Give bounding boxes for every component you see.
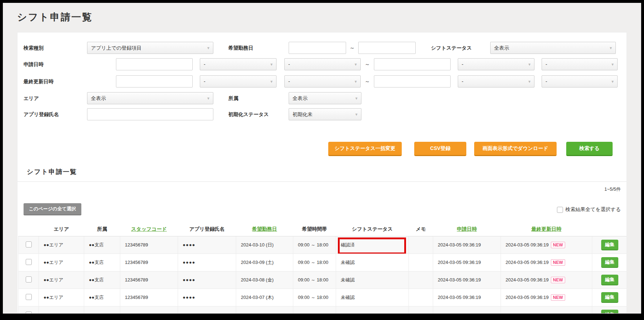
cell-applied-at: 2024-03-05 09:36:19 bbox=[433, 271, 501, 289]
init-status-select[interactable]: 初期化未 ▼ bbox=[289, 108, 361, 120]
update-minute-to-select[interactable]: - ▼ bbox=[542, 75, 618, 88]
column-header[interactable]: スタッフコード bbox=[120, 222, 178, 236]
csv-register-button[interactable]: CSV登録 bbox=[414, 142, 466, 156]
search-button[interactable]: 検索する bbox=[566, 142, 613, 156]
chevron-down-icon: ▼ bbox=[354, 76, 358, 88]
cell-applied-at: 2024-03-05 09:36:19 bbox=[433, 236, 501, 254]
table-row: 編集 bbox=[19, 306, 627, 314]
update-hour-to-select[interactable]: - ▼ bbox=[458, 75, 534, 88]
apply-minute-to-value: - bbox=[546, 61, 547, 67]
cell-app-name: ●●●● bbox=[178, 236, 236, 254]
result-count: 1~5/5件 bbox=[604, 186, 621, 192]
apply-minute-to-select[interactable]: - ▼ bbox=[542, 58, 618, 70]
cell-shift-status bbox=[336, 306, 409, 314]
search-type-label: 検索種別 bbox=[24, 42, 44, 54]
updated-at-text: 2024-03-05 09:36:19 bbox=[506, 260, 549, 265]
select-all-results-checkbox[interactable] bbox=[557, 207, 563, 213]
apply-minute-from-select[interactable]: - ▼ bbox=[284, 58, 361, 70]
sort-link[interactable]: 希望勤務日 bbox=[252, 226, 277, 232]
cell-work-date: 2024-03-10 (日) bbox=[236, 236, 293, 254]
chevron-down-icon: ▼ bbox=[355, 93, 358, 104]
select-all-results-label: 検索結果全てを選択する bbox=[566, 206, 621, 213]
shift-status-select[interactable]: 全表示 ▼ bbox=[490, 42, 616, 54]
department-select[interactable]: 全表示 ▼ bbox=[289, 92, 361, 104]
cell-updated-at: 2024-03-05 09:36:19NEW bbox=[501, 254, 592, 271]
apply-hour-from-select[interactable]: - ▼ bbox=[200, 58, 277, 70]
cell-updated-at: 2024-03-05 09:36:19NEW bbox=[501, 289, 592, 306]
shift-status-text: 未確認 bbox=[341, 295, 355, 300]
update-date-from-input[interactable] bbox=[116, 75, 193, 88]
app-name-label: アプリ登録氏名 bbox=[24, 108, 59, 120]
edit-button[interactable]: 編集 bbox=[601, 240, 618, 250]
update-date-to-input[interactable] bbox=[374, 75, 451, 88]
cell-app-name: ●●●● bbox=[178, 254, 236, 271]
list-section-title: シフト申請一覧 bbox=[27, 168, 77, 176]
select-all-page-button[interactable]: このページの全て選択 bbox=[24, 203, 81, 215]
chevron-down-icon: ▼ bbox=[355, 109, 358, 120]
column-header: メモ bbox=[409, 222, 433, 236]
update-hour-from-value: - bbox=[204, 79, 206, 84]
apply-datetime-tilde: ～ bbox=[361, 58, 374, 70]
apply-date-to-input[interactable] bbox=[374, 58, 451, 70]
bulk-status-change-button[interactable]: シフトステータス一括変更 bbox=[328, 142, 402, 156]
update-hour-from-select[interactable]: - ▼ bbox=[200, 75, 277, 88]
update-hour-to-value: - bbox=[462, 79, 463, 84]
new-badge: NEW bbox=[551, 242, 565, 248]
sort-link[interactable]: スタッフコード bbox=[131, 226, 167, 232]
table-row: ●●エリア ●●支店 123456789 ●●●● 2024-03-07 (木)… bbox=[19, 289, 627, 306]
edit-button[interactable]: 編集 bbox=[601, 310, 618, 314]
sort-link[interactable]: 最終更新日時 bbox=[532, 226, 562, 232]
area-label: エリア bbox=[24, 92, 39, 104]
desired-date-from-input[interactable] bbox=[289, 42, 346, 54]
cell-staff-code: 123456789 bbox=[120, 289, 178, 306]
column-header: エリア bbox=[39, 222, 84, 236]
desired-date-to-input[interactable] bbox=[358, 42, 416, 54]
apply-minute-from-value: - bbox=[288, 61, 290, 67]
search-type-select[interactable]: アプリ上での登録項目 ▼ bbox=[87, 42, 213, 54]
row-select-checkbox[interactable] bbox=[26, 259, 32, 265]
cell-updated-at: 2024-03-05 09:36:19NEW bbox=[501, 271, 592, 289]
cell-applied-at bbox=[433, 306, 501, 314]
row-select-checkbox[interactable] bbox=[26, 276, 32, 282]
apply-hour-to-select[interactable]: - ▼ bbox=[458, 58, 534, 70]
edit-button[interactable]: 編集 bbox=[601, 292, 618, 303]
cell-memo bbox=[409, 271, 433, 289]
row-select-checkbox[interactable] bbox=[26, 294, 32, 300]
apply-hour-to-value: - bbox=[462, 61, 463, 67]
init-status-value: 初期化未 bbox=[293, 111, 313, 117]
row-select-checkbox[interactable] bbox=[26, 241, 32, 248]
area-select[interactable]: 全表示 ▼ bbox=[87, 92, 213, 104]
cell-app-name bbox=[178, 306, 236, 314]
edit-button[interactable]: 編集 bbox=[601, 275, 618, 285]
department-value: 全表示 bbox=[293, 95, 308, 101]
column-header-label: アプリ登録氏名 bbox=[189, 226, 225, 232]
select-all-results[interactable]: 検索結果全てを選択する bbox=[557, 206, 621, 213]
app-name-input[interactable] bbox=[87, 108, 213, 120]
cell-app-name: ●●●● bbox=[178, 289, 236, 306]
update-datetime-tilde: ～ bbox=[361, 75, 374, 88]
cell-staff-code bbox=[120, 306, 178, 314]
chevron-down-icon: ▼ bbox=[207, 93, 210, 104]
cell-work-date bbox=[236, 306, 293, 314]
cell-time-slot: 09:00 ～ 18:00 bbox=[293, 254, 336, 271]
edit-button[interactable]: 編集 bbox=[601, 257, 618, 268]
header-checkbox-column bbox=[19, 222, 39, 236]
update-minute-from-select[interactable]: - ▼ bbox=[284, 75, 361, 88]
chevron-down-icon: ▼ bbox=[528, 59, 531, 70]
shift-status-text: 未確認 bbox=[341, 260, 355, 265]
table-header-row: エリア所属スタッフコードアプリ登録氏名希望勤務日希望時間帯シフトステータスメモ申… bbox=[19, 222, 627, 236]
column-header[interactable]: 最終更新日時 bbox=[501, 222, 592, 236]
cell-time-slot: 09:00 ～ 18:00 bbox=[293, 236, 336, 254]
header-edit-column bbox=[592, 222, 627, 236]
column-header[interactable]: 申請日時 bbox=[433, 222, 501, 236]
column-header-label: メモ bbox=[416, 226, 426, 232]
cell-area: ●●エリア bbox=[39, 236, 84, 254]
column-header[interactable]: 希望勤務日 bbox=[236, 222, 293, 236]
download-button[interactable]: 画面表示形式でダウンロード bbox=[474, 142, 557, 156]
apply-date-from-input[interactable] bbox=[116, 58, 193, 70]
search-type-value: アプリ上での登録項目 bbox=[91, 45, 142, 51]
row-select-checkbox[interactable] bbox=[26, 311, 32, 314]
cell-department: ●●支店 bbox=[84, 236, 120, 254]
sort-link[interactable]: 申請日時 bbox=[457, 226, 477, 232]
cell-department bbox=[84, 306, 120, 314]
